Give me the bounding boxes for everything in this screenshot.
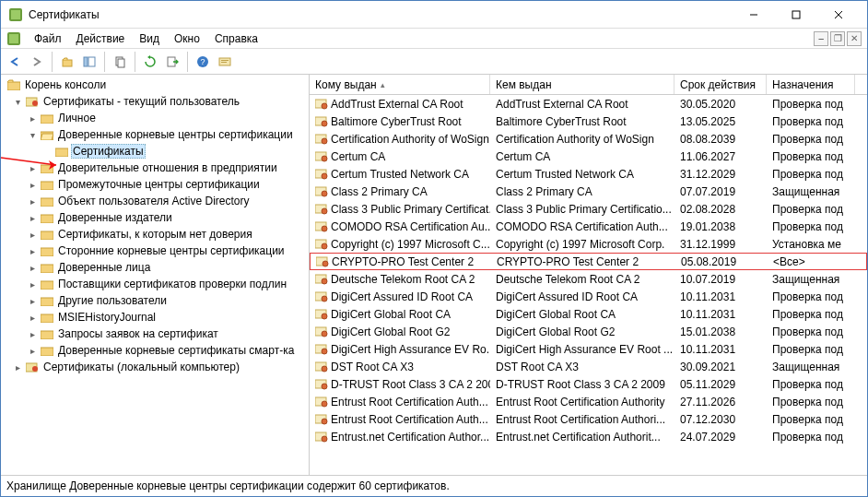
mdi-restore-button[interactable]: ❐ <box>830 31 845 46</box>
folder-icon <box>40 243 54 258</box>
collapse-icon[interactable]: ▾ <box>12 97 23 107</box>
svg-point-60 <box>322 278 327 284</box>
cert-icon <box>315 396 328 408</box>
svg-rect-24 <box>55 148 68 157</box>
expand-icon[interactable]: ▸ <box>27 313 38 323</box>
list-row[interactable]: DigiCert High Assurance EV Ro...DigiCert… <box>310 340 867 358</box>
help-button[interactable]: ? <box>193 52 213 72</box>
tree-cert-user[interactable]: ▾ Сертификаты - текущий пользователь <box>1 93 309 110</box>
mdi-minimize-button[interactable]: ‒ <box>814 31 828 46</box>
list-row[interactable]: Copyright (c) 1997 Microsoft C...Copyrig… <box>310 235 867 253</box>
tree-cert-computer[interactable]: ▸Сертификаты (локальный компьютер) <box>1 359 309 375</box>
list-row[interactable]: Class 3 Public Primary Certificat...Clas… <box>310 200 867 218</box>
cell-expires: 30.05.2020 <box>680 98 735 111</box>
expand-icon[interactable]: ▸ <box>12 362 23 373</box>
expand-icon[interactable]: ▸ <box>27 230 38 240</box>
tree-certificates[interactable]: Сертификаты <box>1 143 309 160</box>
list-row[interactable]: CRYPTO-PRO Test Center 2CRYPTO-PRO Test … <box>310 253 867 270</box>
expand-icon[interactable]: ▸ <box>27 296 38 306</box>
col-issued-to[interactable]: Кому выдан▴ <box>310 75 490 94</box>
menu-action[interactable]: Действие <box>69 30 133 47</box>
tree-ad-user-obj[interactable]: ▸Объект пользователя Active Directory <box>1 193 309 209</box>
cert-icon <box>315 151 328 162</box>
cert-icon <box>315 432 328 443</box>
refresh-button[interactable] <box>140 52 160 72</box>
col-issued-by[interactable]: Кем выдан <box>490 75 674 94</box>
expand-icon[interactable]: ▸ <box>27 246 38 256</box>
list-row[interactable]: DigiCert Global Root G2DigiCert Global R… <box>310 323 867 340</box>
menu-help[interactable]: Справка <box>207 30 265 47</box>
list-row[interactable]: Entrust Root Certification Auth...Entrus… <box>310 393 867 410</box>
menu-window[interactable]: Окно <box>167 30 207 47</box>
tree-cert-req[interactable]: ▸Запросы заявок на сертификат <box>1 325 309 342</box>
export-list-button[interactable] <box>162 52 182 72</box>
tree-personal[interactable]: ▸ Личное <box>1 110 309 126</box>
tree-third-party-root[interactable]: ▸Сторонние корневые центры сертификации <box>1 243 309 259</box>
mdi-close-button[interactable]: ✕ <box>847 31 862 46</box>
cell-expires: 07.07.2019 <box>680 185 735 198</box>
show-hide-tree-button[interactable] <box>79 52 100 72</box>
tree-root[interactable]: Корень консоли <box>1 77 309 93</box>
list-row[interactable]: Baltimore CyberTrust RootBaltimore Cyber… <box>310 112 867 130</box>
close-button[interactable] <box>817 1 860 29</box>
tree-msie-history[interactable]: ▸MSIEHistoryJournal <box>1 309 309 325</box>
copy-button[interactable] <box>110 52 130 72</box>
folder-icon <box>40 343 54 358</box>
list-row[interactable]: Class 2 Primary CAClass 2 Primary CA07.0… <box>310 183 867 200</box>
expand-icon[interactable]: ▸ <box>27 279 38 290</box>
mdi-icon <box>6 31 21 46</box>
list-row[interactable]: Certification Authority of WoSignCertifi… <box>310 130 867 148</box>
expand-icon[interactable]: ▸ <box>27 346 38 356</box>
list-row[interactable]: DigiCert Assured ID Root CADigiCert Assu… <box>310 288 867 305</box>
svg-rect-27 <box>41 198 53 207</box>
tree-client-auth-issuers[interactable]: ▸Поставщики сертификатов проверки подлин <box>1 276 309 292</box>
svg-point-64 <box>322 314 327 319</box>
expand-icon[interactable]: ▸ <box>27 263 38 273</box>
list-row[interactable]: DigiCert Global Root CADigiCert Global R… <box>310 305 867 323</box>
tree-trusted-root[interactable]: ▾ Доверенные корневые центры сертификаци… <box>1 126 309 143</box>
list-row[interactable]: Entrust Root Certification Auth...Entrus… <box>310 410 867 428</box>
expand-icon[interactable]: ▸ <box>27 180 38 190</box>
scope-tree[interactable]: Корень консоли ▾ Сертификаты - текущий п… <box>1 75 310 475</box>
cell-expires: 15.01.2038 <box>680 325 735 338</box>
expand-icon[interactable]: ▸ <box>27 213 38 223</box>
forward-button[interactable] <box>27 52 47 72</box>
list-row[interactable]: AddTrust External CA RootAddTrust Extern… <box>310 95 867 112</box>
minimize-button[interactable] <box>733 1 775 29</box>
tree-untrusted[interactable]: ▸Сертификаты, к которым нет доверия <box>1 226 309 243</box>
svg-rect-26 <box>41 182 53 190</box>
svg-rect-7 <box>9 34 18 43</box>
tree-smartcard-root[interactable]: ▸Доверенные корневые сертификаты смарт-к… <box>1 342 309 359</box>
expand-icon[interactable]: ▸ <box>27 113 38 124</box>
cell-expires: 19.01.2038 <box>680 220 735 233</box>
expand-icon[interactable]: ▸ <box>27 329 38 339</box>
col-expires[interactable]: Срок действия <box>674 75 767 94</box>
menu-file[interactable]: Файл <box>27 30 69 47</box>
result-list: Кому выдан▴ Кем выдан Срок действия Назн… <box>310 75 867 475</box>
col-purpose[interactable]: Назначения <box>767 75 855 94</box>
find-cert-button[interactable] <box>215 52 235 72</box>
tree-other-people[interactable]: ▸Другие пользователи <box>1 292 309 309</box>
list-body[interactable]: AddTrust External CA RootAddTrust Extern… <box>310 95 867 475</box>
list-row[interactable]: Entrust.net Certification Author...Entru… <box>310 428 867 445</box>
list-row[interactable]: DST Root CA X3DST Root CA X330.09.2021За… <box>310 358 867 375</box>
tree-enterprise-trust[interactable]: ▸Доверительные отношения в предприятии <box>1 160 309 176</box>
list-row[interactable]: D-TRUST Root Class 3 CA 2 2009D-TRUST Ro… <box>310 375 867 393</box>
tree-trusted-people[interactable]: ▸Доверенные лица <box>1 259 309 276</box>
list-row[interactable]: Certum Trusted Network CACertum Trusted … <box>310 165 867 183</box>
cell-issued-by: Certum CA <box>496 150 550 163</box>
list-row[interactable]: COMODO RSA Certification Au...COMODO RSA… <box>310 218 867 235</box>
tree-trusted-publishers[interactable]: ▸Доверенные издатели <box>1 209 309 226</box>
list-row[interactable]: Deutsche Telekom Root CA 2Deutsche Telek… <box>310 270 867 288</box>
list-row[interactable]: Certum CACertum CA11.06.2027Проверка под <box>310 148 867 165</box>
expand-icon[interactable]: ▸ <box>27 196 38 207</box>
up-folder-button[interactable] <box>57 52 77 72</box>
cell-purpose: Проверка под <box>772 133 843 146</box>
cell-expires: 24.07.2029 <box>680 431 735 444</box>
menu-view[interactable]: Вид <box>132 30 167 47</box>
collapse-icon[interactable]: ▾ <box>27 130 38 140</box>
tree-intermediate[interactable]: ▸Промежуточные центры сертификации <box>1 176 309 193</box>
expand-icon[interactable]: ▸ <box>27 163 38 173</box>
back-button[interactable] <box>5 52 25 72</box>
maximize-button[interactable] <box>775 1 817 29</box>
